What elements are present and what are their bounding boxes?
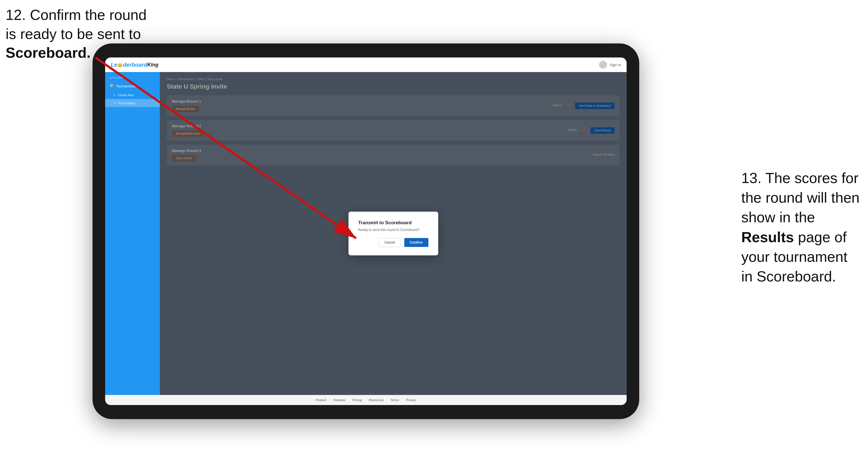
edit-icon: ✎ [114,101,116,105]
footer-link-pricing[interactable]: Pricing [352,398,362,402]
sidebar-create-new-label: Create New [118,93,134,97]
annotation-line2: is ready to be sent to [6,26,141,42]
logo-container: Le 👑 derboard King [111,62,158,68]
sidebar-item-create-new[interactable]: + Create New [105,91,160,99]
annotation-right: 13. The scores for the round will then s… [741,168,860,286]
annotation-line3-bold: Scoreboard. [6,44,91,61]
sidebar-item-tournaments[interactable]: 🏆 Tournaments [105,81,160,91]
annotation-right-text: 13. The scores for the round will then s… [741,170,860,284]
sidebar-item-edit-existing[interactable]: ✎ Edit Existing [105,99,160,107]
modal-overlay: Transmit to Scoreboard Ready to send thi… [160,72,627,395]
annotation-top-left: 12. Confirm the round is ready to be sen… [6,6,147,63]
sign-in-button[interactable]: Sign In [610,63,621,67]
user-avatar-icon [599,61,607,69]
modal-subtitle: Ready to send this round to Scoreboard? [358,228,428,232]
logo-crown-icon: 👑 [117,62,123,67]
trophy-icon: 🏆 [109,84,114,88]
modal-title: Transmit to Scoreboard [358,220,428,226]
modal-confirm-button[interactable]: Confirm [404,238,428,247]
footer-link-terms[interactable]: Terms [391,398,399,402]
tablet-screen: Le 👑 derboard King Sign In MAIN MENU 🏆 T… [105,58,627,405]
annotation-line1: 12. Confirm the round [6,7,147,23]
plus-icon: + [114,93,115,97]
sidebar-tournaments-label: Tournaments [116,84,135,88]
nav-right: Sign In [599,61,621,69]
screen-footer: Product Features Pricing Resources Terms… [105,395,627,405]
modal-cancel-button[interactable]: Cancel [378,238,401,247]
modal-dialog: Transmit to Scoreboard Ready to send thi… [348,212,438,255]
footer-link-product[interactable]: Product [316,398,326,402]
footer-link-privacy[interactable]: Privacy [406,398,416,402]
modal-buttons: Cancel Confirm [358,238,428,247]
annotation-right-bold: Results [741,229,794,245]
footer-link-resources[interactable]: Resources [369,398,384,402]
logo-text2: derboard [123,62,147,68]
footer-link-features[interactable]: Features [333,398,345,402]
main-menu-label: MAIN MENU [105,76,160,81]
top-navbar: Le 👑 derboard King Sign In [105,58,627,72]
tablet-frame: Le 👑 derboard King Sign In MAIN MENU 🏆 T… [93,43,639,419]
sidebar: MAIN MENU 🏆 Tournaments + Create New ✎ E… [105,72,160,395]
logo-king-text: King [147,62,158,68]
logo-text: Le [111,62,117,68]
sidebar-edit-existing-label: Edit Existing [118,101,135,105]
main-content: MAIN MENU 🏆 Tournaments + Create New ✎ E… [105,72,627,395]
content-area: Home > Tournaments > State U Spring Invi… [160,72,627,395]
